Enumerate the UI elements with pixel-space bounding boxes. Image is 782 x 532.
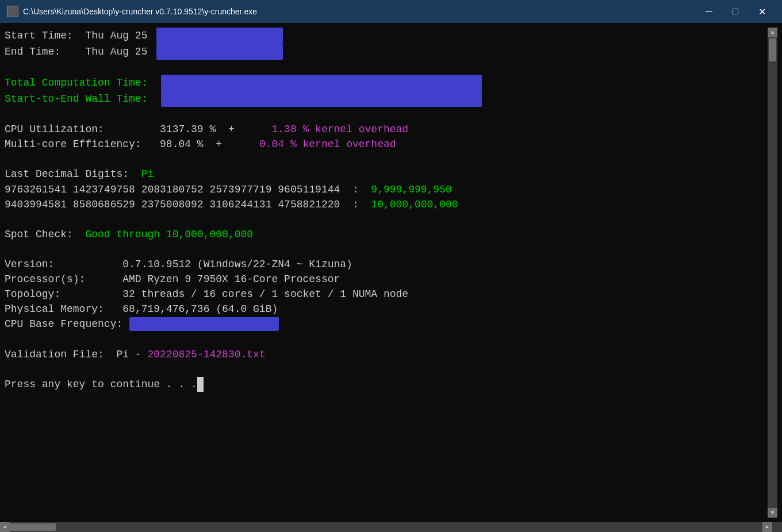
physical-mem-label: Physical Memory:	[5, 302, 122, 317]
minimize-button[interactable]: ─	[696, 0, 722, 23]
spot-check-value: Good through 10,000,000,000	[85, 227, 253, 242]
digits1-value: 9763261541 1423749758 2083180752 2573977…	[5, 182, 340, 197]
digits2-space	[340, 197, 352, 212]
window: C:\Users\Kizuna\Desktop\y-cruncher v0.7.…	[0, 0, 782, 532]
multicore-label: Multi-core Efficiency:	[5, 137, 160, 152]
validation-space	[141, 347, 148, 362]
processor-line: Processor(s): AMD Ryzen 9 7950X 16-Core …	[5, 272, 768, 287]
multicore-plus: +	[216, 137, 222, 152]
title-bar-text: C:\Users\Kizuna\Desktop\y-cruncher v0.7.…	[23, 7, 696, 16]
last-decimal-line: Last Decimal Digits: Pi	[5, 167, 768, 182]
version-value: 0.7.10.9512 (Windows/22-ZN4 ~ Kizuna)	[122, 257, 352, 272]
cpu-util-value: 3137.39 %	[160, 122, 216, 137]
cpu-util-kernel: 1.38 % kernel overhead	[272, 122, 409, 137]
version-line: Version: 0.7.10.9512 (Windows/22-ZN4 ~ K…	[5, 257, 768, 272]
scroll-track-v	[768, 63, 777, 508]
blank3	[5, 152, 768, 167]
end-time-label: End Time: Thu Aug 25	[5, 44, 147, 59]
cpu-base-freq-label: CPU Base Frequency:	[5, 317, 122, 331]
end-time-line: End Time: Thu Aug 25	[5, 44, 768, 60]
multicore-value: 98.04 %	[160, 137, 204, 152]
console-area: Start Time: Thu Aug 25 End Time: Thu Aug…	[0, 23, 782, 522]
topology-line: Topology: 32 threads / 16 cores / 1 sock…	[5, 287, 768, 302]
validation-white: Pi -	[116, 347, 141, 362]
end-time-redacted	[156, 44, 283, 60]
blank6	[5, 332, 768, 347]
start-time-label: Start Time: Thu Aug 25	[5, 28, 147, 43]
processor-value: AMD Ryzen 9 7950X 16-Core Processor	[122, 272, 340, 287]
digits2-colon: :	[352, 197, 359, 212]
press-any-key-text: Press any key to continue . . .	[5, 377, 197, 392]
scroll-down-arrow[interactable]: ▼	[768, 508, 777, 518]
spot-check-label: Spot Check:	[5, 227, 85, 242]
version-label: Version:	[5, 257, 122, 272]
bottom-row: ◄ ►	[0, 522, 782, 532]
multicore-kernel: 0.04 % kernel overhead	[259, 137, 396, 152]
press-any-key-line: Press any key to continue . . . _	[5, 377, 768, 392]
digits2-space2	[359, 197, 371, 212]
title-bar: C:\Users\Kizuna\Desktop\y-cruncher v0.7.…	[0, 0, 782, 23]
console-content: Start Time: Thu Aug 25 End Time: Thu Aug…	[5, 28, 768, 518]
scroll-track-h	[10, 522, 762, 532]
blank4	[5, 212, 768, 227]
digits1-colon: :	[352, 182, 359, 197]
total-comp-line: Total Computation Time:	[5, 75, 768, 91]
multicore-space1	[204, 137, 216, 152]
digits2-value: 9403994581 8580686529 2375008092 3106244…	[5, 197, 340, 212]
last-decimal-label: Last Decimal Digits:	[5, 167, 141, 182]
multicore-line: Multi-core Efficiency: 98.04 % + 0.04 % …	[5, 137, 768, 152]
spot-check-line: Spot Check: Good through 10,000,000,000	[5, 227, 768, 242]
start-time-line: Start Time: Thu Aug 25	[5, 28, 768, 44]
title-bar-controls: ─ □ ✕	[696, 0, 775, 23]
cpu-base-freq-line: CPU Base Frequency:	[5, 317, 768, 331]
horizontal-scrollbar[interactable]: ◄ ►	[0, 522, 772, 532]
blank1	[5, 60, 768, 75]
blank7	[5, 362, 768, 377]
app-icon	[7, 6, 18, 17]
validation-value: 20220825-142830.txt	[147, 347, 265, 362]
cpu-util-plus: +	[228, 122, 235, 137]
close-button[interactable]: ✕	[749, 0, 775, 23]
topology-label: Topology:	[5, 287, 122, 302]
total-comp-redacted	[161, 75, 482, 91]
topology-value: 32 threads / 16 cores / 1 socket / 1 NUM…	[122, 287, 408, 302]
last-decimal-value: Pi	[141, 167, 154, 182]
digits1-space2	[359, 182, 371, 197]
digits1-end: 9,999,999,950	[371, 182, 451, 197]
scroll-thumb-v[interactable]	[769, 38, 776, 61]
validation-line: Validation File: Pi - 20220825-142830.tx…	[5, 347, 768, 362]
cursor-blink: _	[197, 377, 204, 392]
digits2-end: 10,000,000,000	[371, 197, 458, 212]
digits1-line: 9763261541 1423749758 2083180752 2573977…	[5, 182, 768, 197]
processor-label: Processor(s):	[5, 272, 122, 287]
scroll-up-arrow[interactable]: ▲	[768, 28, 777, 37]
scroll-left-arrow[interactable]: ◄	[0, 522, 10, 532]
physical-mem-line: Physical Memory: 68,719,476,736 (64.0 Gi…	[5, 302, 768, 317]
wall-time-redacted	[161, 91, 482, 107]
digits1-space	[340, 182, 352, 197]
wall-time-line: Start-to-End Wall Time:	[5, 91, 768, 107]
vertical-scrollbar[interactable]: ▲ ▼	[768, 28, 777, 518]
start-time-redacted	[156, 28, 283, 44]
cpu-util-line: CPU Utilization: 3137.39 % + 1.38 % kern…	[5, 122, 768, 137]
maximize-button[interactable]: □	[722, 0, 749, 23]
cpu-util-space2	[235, 122, 272, 137]
validation-label: Validation File:	[5, 347, 116, 362]
cpu-util-label: CPU Utilization:	[5, 122, 160, 137]
blank5	[5, 242, 768, 257]
digits2-line: 9403994581 8580686529 2375008092 3106244…	[5, 197, 768, 212]
cpu-util-space1	[216, 122, 228, 137]
scroll-thumb-h[interactable]	[10, 523, 56, 531]
blank2	[5, 107, 768, 122]
cpu-base-freq-redacted	[129, 317, 279, 331]
scroll-right-arrow[interactable]: ►	[762, 522, 772, 532]
multicore-space2	[222, 137, 259, 152]
scrollbar-corner	[772, 522, 782, 532]
total-comp-label: Total Computation Time:	[5, 75, 147, 90]
wall-time-label: Start-to-End Wall Time:	[5, 91, 147, 106]
physical-mem-value: 68,719,476,736 (64.0 GiB)	[122, 302, 278, 317]
